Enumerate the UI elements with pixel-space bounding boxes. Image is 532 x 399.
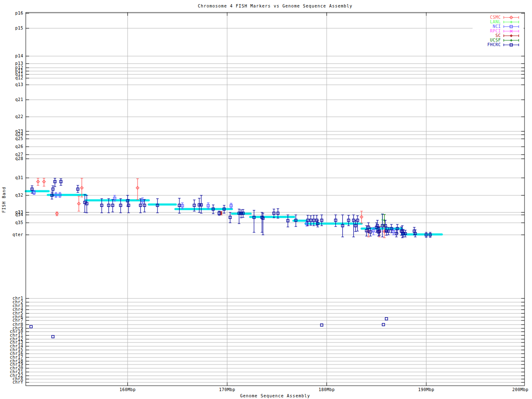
y-tick-label: q31 (15, 175, 23, 180)
y-tick-label: p14 (15, 54, 23, 58)
legend-label-ucsf: UCSF (490, 38, 501, 42)
legend-label-rpci: RPCI (490, 29, 501, 33)
legend-label-sc: SC (495, 33, 501, 38)
fhcrc-point (30, 325, 32, 328)
y-tick-label: chrY (12, 380, 23, 384)
x-tick-label: 170Mbp (219, 387, 235, 392)
y-tick-label: q32 (15, 193, 23, 197)
y-tick-label: qter (12, 232, 23, 237)
y-tick-label: q22 (15, 114, 23, 119)
chart-canvas: p16p15p14p13p12p11q11q12q13q21q22q23q24q… (0, 0, 532, 399)
x-tick-label: 160Mbp (119, 387, 135, 392)
y-tick-label: q21 (15, 97, 23, 102)
y-tick-label: q13 (15, 82, 23, 87)
y-tick-label: q26 (15, 144, 23, 149)
y-tick-label: q25 (15, 136, 23, 141)
y-axis-label: FISH Band (2, 183, 6, 217)
x-axis-label: Genome Sequence Assembly (26, 394, 525, 398)
legend-sample-marker (511, 36, 512, 36)
fhcrc-point (320, 324, 323, 326)
plot-border (26, 12, 525, 386)
legend-label-csmc: CSMC (490, 15, 501, 20)
x-tick-label: 190Mbp (418, 387, 434, 392)
y-tick-label: p16 (15, 11, 23, 15)
x-tick-label: 180Mbp (318, 387, 335, 392)
y-tick-label: p15 (15, 26, 23, 30)
x-tick-label: 200Mbp (512, 387, 528, 392)
chart-title: Chromosome 4 FISH Markers vs Genome Sequ… (26, 4, 525, 8)
y-tick-label: q34 (15, 212, 23, 217)
y-tick-label: q35 (15, 220, 23, 225)
chart-container: p16p15p14p13p12p11q11q12q13q21q22q23q24q… (0, 0, 532, 399)
fhcrc-point (385, 318, 388, 320)
legend-label-nci: NCI (493, 24, 501, 29)
legend-label-lanl: LANL (490, 20, 501, 24)
sc-point (221, 213, 222, 214)
fhcrc-point (52, 335, 54, 338)
legend-label-fhcrc: FHCRC (487, 42, 501, 47)
y-tick-label: q12 (15, 76, 23, 80)
y-tick-label: q28 (15, 156, 23, 161)
